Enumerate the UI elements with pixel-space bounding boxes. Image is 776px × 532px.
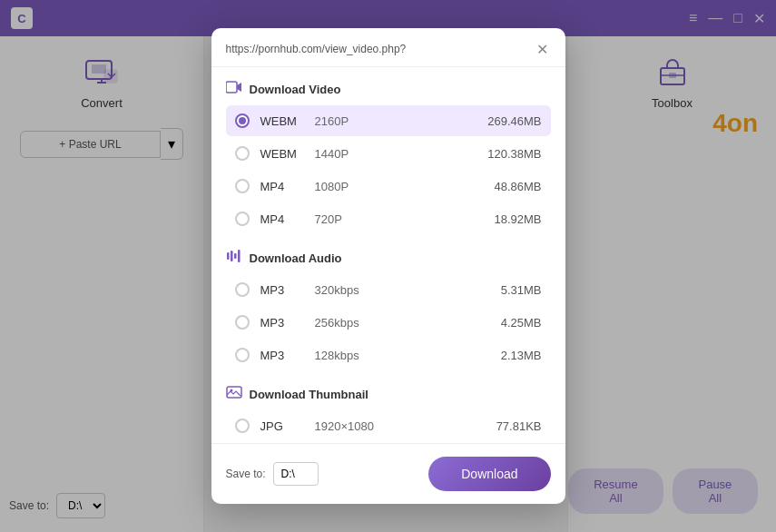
format-radio[interactable]	[235, 315, 250, 330]
format-name: MP3	[260, 283, 315, 297]
format-quality: 2160P	[315, 114, 488, 128]
format-row[interactable]: MP4 1080P 48.86MB	[226, 171, 551, 202]
format-row[interactable]: MP3 128kbps 2.13MB	[226, 340, 551, 370]
format-quality: 128kbps	[315, 349, 501, 362]
format-quality: 1440P	[315, 147, 488, 161]
format-quality: 256kbps	[315, 316, 501, 330]
svg-rect-12	[238, 250, 241, 262]
thumbnail-section-icon	[226, 385, 242, 403]
format-size: 18.92MB	[494, 212, 541, 226]
video-section-header: Download Video	[226, 67, 551, 105]
format-row[interactable]: JPG 1920×1080 77.81KB	[226, 410, 551, 441]
format-size: 120.38MB	[487, 147, 541, 161]
audio-section-icon	[226, 249, 242, 267]
format-size: 5.31MB	[501, 283, 542, 297]
format-row[interactable]: MP3 320kbps 5.31MB	[226, 274, 551, 305]
svg-rect-9	[227, 252, 230, 260]
format-size: 2.13MB	[501, 349, 542, 362]
format-radio[interactable]	[235, 179, 250, 193]
format-quality: 320kbps	[315, 283, 501, 297]
format-name: MP3	[260, 316, 315, 330]
format-radio[interactable]	[235, 282, 250, 297]
format-radio[interactable]	[235, 113, 250, 128]
format-size: 77.81KB	[496, 419, 542, 433]
svg-rect-11	[234, 253, 237, 259]
format-row[interactable]: MP3 256kbps 4.25MB	[226, 307, 551, 338]
format-row[interactable]: WEBM 1440P 120.38MB	[226, 138, 551, 169]
format-name: WEBM	[260, 147, 315, 161]
thumbnail-section-title: Download Thumbnail	[250, 388, 368, 401]
format-quality: 1080P	[315, 180, 495, 193]
format-quality: 1920×1080	[315, 419, 496, 433]
format-row[interactable]: MP4 720P 18.92MB	[226, 203, 551, 234]
format-size: 269.46MB	[487, 114, 541, 128]
format-name: MP3	[260, 349, 315, 362]
format-quality: 720P	[315, 212, 495, 226]
format-row[interactable]: WEBM 2160P 269.46MB	[226, 105, 551, 136]
modal-header: https://pornhub.com/view_video.php? ✕	[211, 28, 565, 67]
format-radio[interactable]	[235, 212, 250, 226]
audio-section-title: Download Audio	[250, 251, 342, 265]
format-name: MP4	[260, 212, 315, 226]
format-name: JPG	[260, 419, 315, 433]
video-section-icon	[226, 80, 242, 98]
audio-section-header: Download Audio	[226, 236, 551, 274]
footer-save-select[interactable]: D:\	[273, 462, 319, 486]
format-radio[interactable]	[235, 348, 250, 362]
video-section-title: Download Video	[250, 83, 341, 96]
format-radio[interactable]	[235, 146, 250, 161]
footer-save: Save to: D:\	[226, 462, 319, 486]
modal-body: Download Video WEBM 2160P 269.46MB WEBM …	[211, 67, 565, 443]
thumbnail-section-header: Download Thumbnail	[226, 372, 551, 410]
modal-footer: Save to: D:\ Download	[211, 443, 565, 504]
svg-rect-10	[231, 251, 233, 261]
format-name: WEBM	[260, 114, 315, 128]
modal-overlay: https://pornhub.com/view_video.php? ✕ Do…	[0, 0, 776, 532]
download-options-modal: https://pornhub.com/view_video.php? ✕ Do…	[211, 28, 565, 504]
footer-save-label: Save to:	[226, 468, 266, 480]
format-name: MP4	[260, 180, 315, 193]
modal-url: https://pornhub.com/view_video.php?	[226, 43, 535, 55]
format-size: 48.86MB	[494, 180, 541, 193]
modal-close-button[interactable]: ✕	[535, 41, 551, 57]
format-size: 4.25MB	[501, 316, 542, 330]
format-radio[interactable]	[235, 419, 250, 433]
download-button[interactable]: Download	[428, 457, 550, 491]
svg-rect-8	[226, 82, 237, 93]
